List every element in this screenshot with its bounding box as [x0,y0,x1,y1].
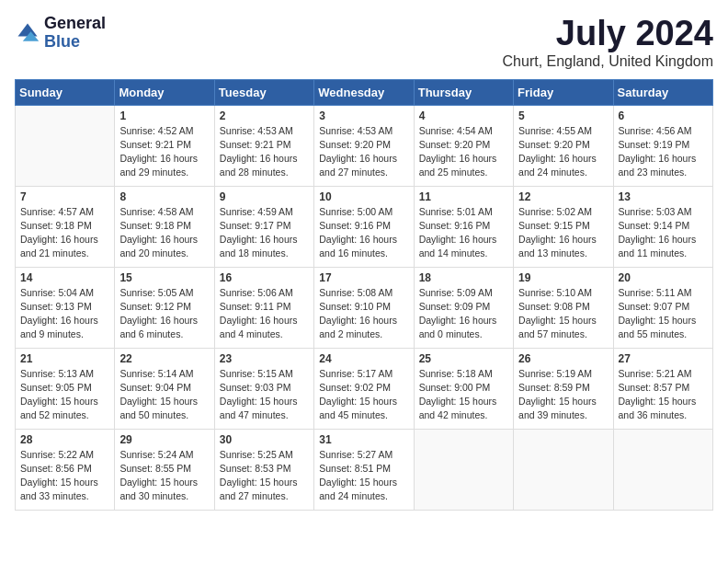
day-number: 14 [20,271,109,284]
svg-marker-0 [18,23,38,36]
day-info: Sunrise: 5:09 AMSunset: 9:09 PMDaylight:… [419,287,497,340]
day-number: 23 [220,352,309,365]
col-wednesday: Wednesday [314,79,414,105]
day-cell: 12 Sunrise: 5:02 AMSunset: 9:15 PMDaylig… [514,186,613,267]
day-info: Sunrise: 4:57 AMSunset: 9:18 PMDaylight:… [20,206,98,259]
day-number: 16 [220,271,309,284]
day-cell: 14 Sunrise: 5:04 AMSunset: 9:13 PMDaylig… [16,267,115,348]
day-info: Sunrise: 5:22 AMSunset: 8:56 PMDaylight:… [20,449,98,502]
logo: General Blue [15,15,106,52]
day-cell: 19 Sunrise: 5:10 AMSunset: 9:08 PMDaylig… [514,267,613,348]
day-number: 15 [119,271,209,284]
day-info: Sunrise: 5:27 AMSunset: 8:51 PMDaylight:… [319,449,397,502]
day-cell: 1 Sunrise: 4:52 AMSunset: 9:21 PMDayligh… [115,105,214,186]
day-info: Sunrise: 4:53 AMSunset: 9:20 PMDaylight:… [319,125,397,178]
subtitle: Churt, England, United Kingdom [503,53,713,70]
week-row-5: 28 Sunrise: 5:22 AMSunset: 8:56 PMDaylig… [16,429,713,510]
week-row-2: 7 Sunrise: 4:57 AMSunset: 9:18 PMDayligh… [16,186,713,267]
day-cell [414,429,513,510]
day-info: Sunrise: 4:58 AMSunset: 9:18 PMDaylight:… [119,206,198,259]
col-tuesday: Tuesday [214,79,313,105]
day-cell: 5 Sunrise: 4:55 AMSunset: 9:20 PMDayligh… [514,105,613,186]
day-cell [514,429,613,510]
day-info: Sunrise: 5:21 AMSunset: 8:57 PMDaylight:… [619,368,697,421]
day-number: 3 [319,109,408,122]
day-cell: 17 Sunrise: 5:08 AMSunset: 9:10 PMDaylig… [314,267,414,348]
day-cell: 28 Sunrise: 5:22 AMSunset: 8:56 PMDaylig… [16,429,115,510]
day-number: 8 [119,190,209,203]
day-info: Sunrise: 5:17 AMSunset: 9:02 PMDaylight:… [319,368,397,421]
day-number: 1 [119,109,209,122]
day-info: Sunrise: 5:15 AMSunset: 9:03 PMDaylight:… [220,368,298,421]
header: General Blue July 2024 Churt, England, U… [15,15,713,70]
day-number: 4 [419,109,508,122]
day-info: Sunrise: 5:10 AMSunset: 9:08 PMDaylight:… [518,287,597,340]
day-number: 11 [419,190,508,203]
day-info: Sunrise: 4:56 AMSunset: 9:19 PMDaylight:… [619,125,697,178]
day-cell: 24 Sunrise: 5:17 AMSunset: 9:02 PMDaylig… [314,348,414,429]
day-cell: 31 Sunrise: 5:27 AMSunset: 8:51 PMDaylig… [314,429,414,510]
day-cell: 23 Sunrise: 5:15 AMSunset: 9:03 PMDaylig… [214,348,313,429]
day-cell: 15 Sunrise: 5:05 AMSunset: 9:12 PMDaylig… [115,267,214,348]
col-friday: Friday [514,79,613,105]
day-cell: 13 Sunrise: 5:03 AMSunset: 9:14 PMDaylig… [613,186,712,267]
month-title: July 2024 [503,15,713,53]
day-number: 2 [220,109,309,122]
day-number: 29 [119,433,209,446]
day-info: Sunrise: 5:02 AMSunset: 9:15 PMDaylight:… [518,206,597,259]
day-number: 24 [319,352,408,365]
day-info: Sunrise: 5:18 AMSunset: 9:00 PMDaylight:… [419,368,497,421]
day-info: Sunrise: 5:04 AMSunset: 9:13 PMDaylight:… [20,287,98,340]
day-number: 25 [419,352,508,365]
week-row-3: 14 Sunrise: 5:04 AMSunset: 9:13 PMDaylig… [16,267,713,348]
day-cell: 29 Sunrise: 5:24 AMSunset: 8:55 PMDaylig… [115,429,214,510]
day-cell: 3 Sunrise: 4:53 AMSunset: 9:20 PMDayligh… [314,105,414,186]
day-info: Sunrise: 5:03 AMSunset: 9:14 PMDaylight:… [619,206,697,259]
day-number: 31 [319,433,408,446]
day-number: 18 [419,271,508,284]
day-info: Sunrise: 4:52 AMSunset: 9:21 PMDaylight:… [119,125,198,178]
day-number: 7 [20,190,109,203]
day-number: 6 [619,109,708,122]
day-cell: 16 Sunrise: 5:06 AMSunset: 9:11 PMDaylig… [214,267,313,348]
day-cell: 6 Sunrise: 4:56 AMSunset: 9:19 PMDayligh… [613,105,712,186]
col-monday: Monday [115,79,214,105]
day-cell: 18 Sunrise: 5:09 AMSunset: 9:09 PMDaylig… [414,267,513,348]
day-info: Sunrise: 5:14 AMSunset: 9:04 PMDaylight:… [119,368,198,421]
day-info: Sunrise: 5:24 AMSunset: 8:55 PMDaylight:… [119,449,198,502]
day-number: 17 [319,271,408,284]
logo-icon [15,20,40,46]
day-cell [16,105,115,186]
day-info: Sunrise: 5:08 AMSunset: 9:10 PMDaylight:… [319,287,397,340]
day-info: Sunrise: 4:55 AMSunset: 9:20 PMDaylight:… [518,125,597,178]
calendar-header: Sunday Monday Tuesday Wednesday Thursday… [16,79,713,105]
col-sunday: Sunday [16,79,115,105]
day-number: 19 [518,271,608,284]
day-info: Sunrise: 5:01 AMSunset: 9:16 PMDaylight:… [419,206,497,259]
day-cell [613,429,712,510]
logo-general: General [44,15,106,33]
day-number: 20 [619,271,708,284]
day-info: Sunrise: 5:11 AMSunset: 9:07 PMDaylight:… [619,287,697,340]
day-info: Sunrise: 4:59 AMSunset: 9:17 PMDaylight:… [220,206,298,259]
title-area: July 2024 Churt, England, United Kingdom [503,15,713,70]
page-container: General Blue July 2024 Churt, England, U… [15,15,713,511]
day-number: 22 [119,352,209,365]
day-info: Sunrise: 5:25 AMSunset: 8:53 PMDaylight:… [220,449,298,502]
day-info: Sunrise: 5:13 AMSunset: 9:05 PMDaylight:… [20,368,98,421]
day-cell: 11 Sunrise: 5:01 AMSunset: 9:16 PMDaylig… [414,186,513,267]
day-number: 9 [220,190,309,203]
day-cell: 4 Sunrise: 4:54 AMSunset: 9:20 PMDayligh… [414,105,513,186]
logo-text: General Blue [44,15,106,52]
day-number: 21 [20,352,109,365]
day-number: 27 [619,352,708,365]
day-info: Sunrise: 5:19 AMSunset: 8:59 PMDaylight:… [518,368,597,421]
logo-blue: Blue [44,33,106,52]
day-cell: 8 Sunrise: 4:58 AMSunset: 9:18 PMDayligh… [115,186,214,267]
calendar-body: 1 Sunrise: 4:52 AMSunset: 9:21 PMDayligh… [16,105,713,510]
header-row: Sunday Monday Tuesday Wednesday Thursday… [16,79,713,105]
day-cell: 21 Sunrise: 5:13 AMSunset: 9:05 PMDaylig… [16,348,115,429]
col-saturday: Saturday [613,79,712,105]
day-number: 5 [518,109,608,122]
day-cell: 25 Sunrise: 5:18 AMSunset: 9:00 PMDaylig… [414,348,513,429]
